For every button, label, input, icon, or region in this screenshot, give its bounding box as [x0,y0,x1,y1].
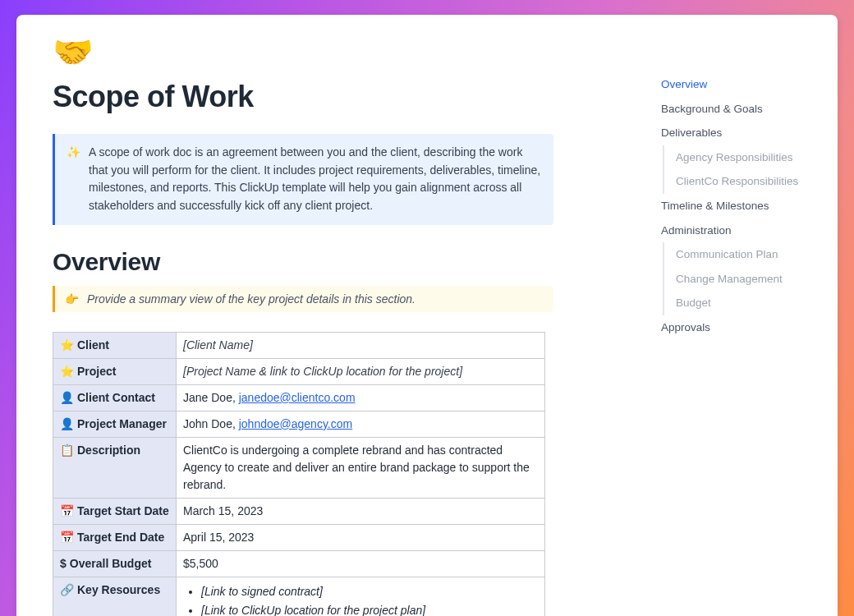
table-row-value[interactable]: Jane Doe, janedoe@clientco.com [177,384,545,411]
outline-item[interactable]: Approvals [661,315,821,340]
table-row-label: 👤Client Contact [53,384,177,411]
document-main: 🤝 Scope of Work ✨ A scope of work doc is… [16,15,661,616]
table-row-label: 📅Target Start Date [53,498,177,524]
document-outline: OverviewBackground & GoalsDeliverablesAg… [661,15,838,616]
outline-item[interactable]: Overview [661,72,821,97]
outline-item[interactable]: Agency Responsibilities [663,145,821,170]
overview-hint[interactable]: 👉 Provide a summary view of the key proj… [53,286,553,312]
row-icon: $ [60,557,67,570]
row-icon: ⭐ [60,365,74,378]
table-row-value[interactable]: [Link to signed contract][Link to ClickU… [177,577,545,616]
table-row-label: 📋Description [53,437,177,498]
page-title[interactable]: Scope of Work [53,80,625,114]
table-row-value[interactable]: John Doe, johndoe@agency.com [177,411,545,437]
row-icon: 👤 [60,391,74,404]
table-row-value[interactable]: [Project Name & link to ClickUp location… [177,358,545,384]
outline-item[interactable]: Budget [663,291,821,315]
table-row[interactable]: $Overall Budget$5,500 [53,550,545,577]
table-row-label: 📅Target End Date [53,524,177,550]
list-item[interactable]: [Link to ClickUp location for the projec… [201,602,538,616]
intro-callout[interactable]: ✨ A scope of work doc is an agreement be… [53,134,553,225]
table-row[interactable]: 👤Client ContactJane Doe, janedoe@clientc… [53,384,545,411]
intro-callout-text: A scope of work doc is an agreement betw… [89,144,542,215]
outline-item[interactable]: Background & Goals [661,97,821,122]
pointing-right-icon: 👉 [65,292,79,306]
row-icon: 📅 [60,504,74,517]
table-row-label: 🔗Key Resources [53,577,177,616]
outline-item[interactable]: Communication Plan [663,242,821,267]
table-row[interactable]: ⭐Project[Project Name & link to ClickUp … [53,358,545,384]
outline-item[interactable]: ClientCo Responsibilities [663,169,821,194]
outline-item[interactable]: Timeline & Milestones [661,194,821,218]
table-row-value[interactable]: [Client Name] [177,332,545,358]
table-row-value[interactable]: ClientCo is undergoing a complete rebran… [177,437,545,498]
table-row[interactable]: 👤Project ManagerJohn Doe, johndoe@agency… [53,411,545,437]
outline-item[interactable]: Change Management [663,267,821,292]
overview-heading[interactable]: Overview [53,248,625,276]
sparkles-icon: ✨ [67,144,80,215]
table-row-value[interactable]: $5,500 [177,550,545,577]
table-row[interactable]: 📅Target End DateApril 15, 2023 [53,524,545,550]
table-row-value[interactable]: April 15, 2023 [177,524,545,550]
overview-table[interactable]: ⭐Client[Client Name]⭐Project[Project Nam… [53,332,545,616]
email-link[interactable]: janedoe@clientco.com [239,391,356,404]
email-link[interactable]: johndoe@agency.com [239,417,352,430]
table-row-label: ⭐Project [53,358,177,384]
page-emoji-icon[interactable]: 🤝 [53,33,625,71]
row-icon: 🔗 [60,583,74,596]
table-row-label: 👤Project Manager [53,411,177,437]
resources-list: [Link to signed contract][Link to ClickU… [183,583,538,616]
outline-item[interactable]: Deliverables [661,121,821,145]
document-card: 🤝 Scope of Work ✨ A scope of work doc is… [16,15,838,616]
outline-item[interactable]: Administration [661,218,821,243]
table-row[interactable]: 📅Target Start DateMarch 15, 2023 [53,498,545,524]
table-row[interactable]: 🔗Key Resources[Link to signed contract][… [53,577,545,616]
overview-hint-text: Provide a summary view of the key projec… [87,292,416,306]
table-row-value[interactable]: March 15, 2023 [177,498,545,524]
row-icon: 📅 [60,531,74,544]
table-row[interactable]: 📋DescriptionClientCo is undergoing a com… [53,437,545,498]
table-row-label: ⭐Client [53,332,177,358]
row-icon: 👤 [60,417,74,430]
table-row-label: $Overall Budget [53,550,177,577]
row-icon: 📋 [60,444,74,457]
table-row[interactable]: ⭐Client[Client Name] [53,332,545,358]
list-item[interactable]: [Link to signed contract] [201,583,538,600]
row-icon: ⭐ [60,338,74,352]
